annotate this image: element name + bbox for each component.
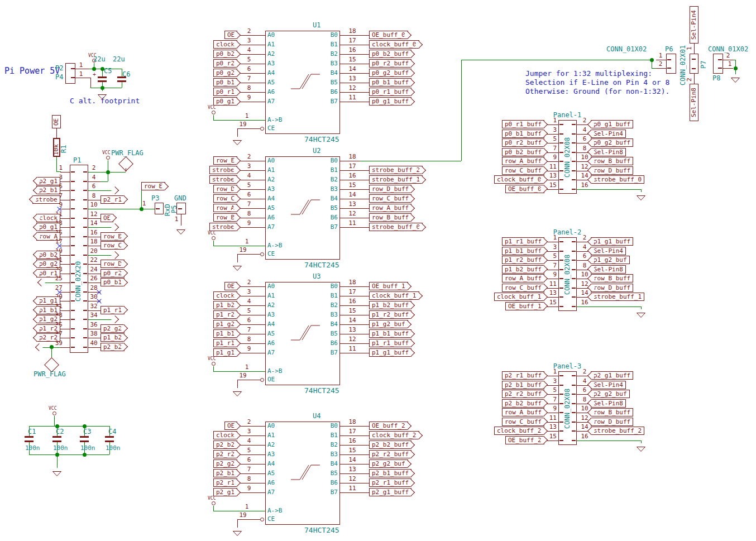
net-label[interactable]: Sel-Pin4 <box>591 130 626 138</box>
net-label[interactable]: p0_r2_buff <box>502 138 544 147</box>
net-label[interactable]: p1_r1_buff <box>369 339 412 347</box>
net-label[interactable]: row_D <box>101 260 125 268</box>
net-label[interactable]: p2_r1_buff <box>502 371 544 380</box>
net-label[interactable]: clock_buff_2 <box>494 427 544 435</box>
net-label[interactable]: row_B_buff <box>591 157 633 165</box>
net-label[interactable]: p2_g2_buf <box>591 390 630 398</box>
net-label[interactable]: p2_r1 <box>101 195 125 204</box>
net-label[interactable]: p2_b1 <box>213 469 237 477</box>
net-label[interactable]: p0_b2 <box>213 50 237 58</box>
power-connector-body[interactable] <box>65 63 75 84</box>
net-label[interactable]: p1_g1 <box>213 348 237 357</box>
net-label[interactable]: p0_g1_buff <box>591 120 633 128</box>
net-label[interactable]: p2_r1 <box>213 478 237 487</box>
net-label[interactable]: row_A_buff <box>502 274 544 283</box>
net-label[interactable]: p1_b1_buff <box>369 329 412 338</box>
net-label[interactable]: row_D_buff <box>591 418 633 426</box>
net-label[interactable]: p1_g2_buf <box>369 320 408 328</box>
net-label[interactable]: row_D_buff <box>369 185 412 193</box>
net-label[interactable]: OE_buff_2 <box>505 436 544 444</box>
net-label[interactable]: row_B <box>213 213 237 222</box>
net-label[interactable]: OE_buff_1 <box>369 282 408 290</box>
net-label[interactable]: OE <box>224 31 237 39</box>
net-label[interactable]: p2_b2_buff <box>369 441 412 449</box>
net-label[interactable]: p1_r2_buff <box>502 256 544 264</box>
net-label[interactable]: p1_r1_buff <box>502 237 544 246</box>
net-label[interactable]: p2_g1 <box>213 488 237 496</box>
net-label[interactable]: row_B_buff <box>591 274 633 283</box>
net-label[interactable]: p0_b2_buff <box>502 148 544 156</box>
net-label[interactable]: p2_r2_buff <box>502 390 544 398</box>
net-label[interactable]: p0_r2 <box>101 269 125 277</box>
net-label[interactable]: p0_g2 <box>213 69 237 77</box>
net-label[interactable]: strobe_buff_2 <box>369 166 423 174</box>
net-label[interactable]: row_A <box>213 204 237 212</box>
net-label[interactable]: p0_b1 <box>101 278 125 286</box>
net-label[interactable]: strobe <box>209 223 237 231</box>
net-label[interactable]: p0_r1_buff <box>369 88 412 96</box>
net-label[interactable]: p1_g1_buff <box>369 348 412 357</box>
net-label[interactable]: clock <box>213 291 237 300</box>
net-label[interactable]: row_B_buff <box>591 408 633 416</box>
net-label[interactable]: p2_b2_buff <box>502 399 544 408</box>
net-label[interactable]: p2_r2 <box>213 450 237 458</box>
net-label[interactable]: OE_buff_1 <box>505 302 544 310</box>
net-label[interactable]: strobe <box>209 175 237 184</box>
net-label[interactable]: row_E <box>213 156 237 165</box>
net-label[interactable]: p1_g2 <box>213 320 237 328</box>
net-label[interactable]: clock_buff_1 <box>494 293 544 301</box>
net-label[interactable]: clock <box>213 40 237 49</box>
net-label[interactable]: clock_buff_0 <box>369 40 419 49</box>
net-label[interactable]: row_A_buff <box>369 204 412 212</box>
net-label[interactable]: p1_g2_buf <box>591 256 630 264</box>
net-label[interactable]: p2_r1_buff <box>369 478 412 487</box>
net-label[interactable]: p2_b2 <box>101 343 125 351</box>
net-label[interactable]: strobe_buff_0 <box>591 175 644 184</box>
p7-connector-body[interactable] <box>690 54 698 74</box>
net-label[interactable]: clock <box>213 431 237 439</box>
net-label[interactable]: Sel-Pin8 <box>591 399 626 408</box>
p6-connector-body[interactable] <box>666 54 676 74</box>
net-label[interactable]: p1_b1 <box>213 329 237 338</box>
net-label[interactable]: OE_buff_0 <box>505 185 544 193</box>
net-label[interactable]: p1_b2_buff <box>369 301 412 309</box>
net-label[interactable]: p2_g2_buf <box>369 459 408 468</box>
net-label[interactable]: clock_buff_1 <box>369 291 419 300</box>
net-label[interactable]: strobe_buff_0 <box>369 223 423 231</box>
net-label[interactable]: p0_g1 <box>213 97 237 106</box>
oe-net-label[interactable]: OE <box>52 115 61 128</box>
net-label[interactable]: p1_b2 <box>213 301 237 309</box>
net-label[interactable]: p1_r2 <box>213 310 237 319</box>
net-label[interactable]: p1_b1_buff <box>502 247 544 255</box>
net-label[interactable]: row_C <box>213 194 237 203</box>
net-label[interactable]: p1_g1_buff <box>591 237 633 246</box>
net-label[interactable]: p1_r1 <box>213 339 237 347</box>
net-label[interactable]: p0_r1 <box>213 88 237 96</box>
sel-pin4-label[interactable]: Sel-Pin4 <box>690 6 698 44</box>
net-label[interactable]: p1_b2 <box>101 333 125 342</box>
net-label[interactable]: p0_b1_buff <box>502 130 544 138</box>
net-label[interactable]: row_D_buff <box>591 284 633 292</box>
net-label[interactable]: p2_g2 <box>101 324 125 333</box>
net-label[interactable]: Sel-Pin8 <box>591 265 626 274</box>
net-label[interactable]: p1_b2_buff <box>502 265 544 274</box>
net-label[interactable]: p0_r1_buff <box>502 120 544 128</box>
net-label[interactable]: clock_buff_2 <box>369 431 419 439</box>
net-label[interactable]: p0_g1_buff <box>369 97 412 106</box>
net-label[interactable]: p2_g1_buff <box>369 488 412 496</box>
net-label[interactable]: OE_buff_0 <box>369 31 408 39</box>
net-label[interactable]: row_B_buff <box>369 213 412 222</box>
net-label[interactable]: strobe_buff_2 <box>591 427 644 435</box>
sel-pin8-label[interactable]: Sel-Pin8 <box>690 84 698 121</box>
net-label[interactable]: Sel-Pin4 <box>591 381 626 389</box>
net-label[interactable]: OE <box>101 214 113 222</box>
net-label[interactable]: row_C_buff <box>369 194 412 203</box>
net-label[interactable]: p1_r2_buff <box>369 310 412 319</box>
net-label[interactable]: strobe_buff_1 <box>369 175 423 184</box>
net-label[interactable]: row_D <box>213 185 237 193</box>
net-label[interactable]: row_A_buff <box>502 157 544 165</box>
net-label[interactable]: row_B <box>101 232 125 241</box>
net-label[interactable]: p2_b1_buff <box>369 469 412 477</box>
net-label[interactable]: Sel-Pin4 <box>591 247 626 255</box>
net-label[interactable]: Sel-Pin8 <box>591 148 626 156</box>
